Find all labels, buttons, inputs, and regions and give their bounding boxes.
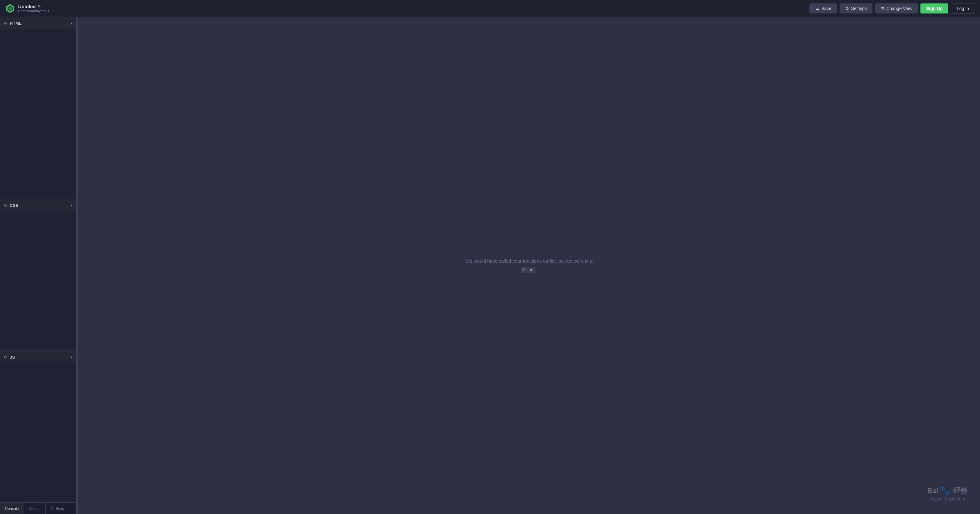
change-view-label: Change View xyxy=(886,6,912,11)
css-panel-header[interactable]: ⚙ CSS ▾ xyxy=(0,199,76,211)
css-editor[interactable]: 1 xyxy=(0,211,76,351)
paw-icon: 🐾 xyxy=(940,485,951,496)
watermark-url: jingyan.baidu.com xyxy=(928,496,967,501)
css-gear-icon[interactable]: ⚙ xyxy=(4,203,7,208)
html-label: HTML xyxy=(10,21,22,26)
title-text: Untitled xyxy=(18,4,36,9)
tab-assets[interactable]: Assets xyxy=(24,503,46,514)
css-line-1: 1 xyxy=(4,215,6,220)
css-section: ⚙ CSS ▾ 1 xyxy=(0,199,76,351)
css-header-left: ⚙ CSS xyxy=(4,203,19,208)
project-title: Untitled ✎ xyxy=(18,4,49,9)
html-line-1: 1 xyxy=(4,33,6,38)
bottom-tabs: Console Assets ⌘ Keys xyxy=(0,503,76,514)
html-header-left: ⚙ HTML xyxy=(4,21,22,26)
signup-button[interactable]: Sign Up xyxy=(920,3,948,13)
preview-panel: We would have called your functions earl… xyxy=(78,17,980,514)
js-chevron-icon[interactable]: ▾ xyxy=(70,355,72,359)
preview-message-line1: We would have called your functions earl… xyxy=(466,258,593,263)
change-view-button[interactable]: ⊡ Change View xyxy=(875,3,918,13)
js-gear-icon[interactable]: ⚙ xyxy=(4,355,7,359)
html-chevron-icon[interactable]: ▾ xyxy=(70,21,72,26)
js-editor[interactable]: 1 xyxy=(0,363,76,503)
header: Untitled ✎ Captain Anonymous ☁ Save ⚙ Se… xyxy=(0,0,980,17)
save-label: Save xyxy=(821,6,831,11)
watermark-logo: Bai 🐾 ·经验 xyxy=(928,485,967,496)
css-chevron-icon[interactable]: ▾ xyxy=(70,203,72,208)
js-panel-header[interactable]: ⚙ JS ▾ xyxy=(0,351,76,363)
login-button[interactable]: Log In xyxy=(951,3,975,14)
js-label: JS xyxy=(10,355,15,360)
html-editor[interactable]: 1 xyxy=(0,29,76,199)
title-group: Untitled ✎ Captain Anonymous xyxy=(18,4,49,13)
login-label: Log In xyxy=(957,6,969,11)
preview-period: . xyxy=(535,267,537,272)
html-gear-icon[interactable]: ⚙ xyxy=(4,21,7,26)
css-label: CSS xyxy=(10,203,19,208)
settings-label: Settings xyxy=(851,6,867,11)
view-icon: ⊡ xyxy=(881,6,885,11)
left-panel: ⚙ HTML ▾ 1 ⚙ CSS ▾ 1 xyxy=(0,17,77,514)
html-section: ⚙ HTML ▾ 1 xyxy=(0,17,76,199)
edit-icon[interactable]: ✎ xyxy=(38,5,41,9)
subtitle-text: Captain Anonymous xyxy=(18,9,49,13)
main-layout: ⚙ HTML ▾ 1 ⚙ CSS ▾ 1 xyxy=(0,17,980,514)
signup-label: Sign Up xyxy=(926,6,943,11)
js-section: ⚙ JS ▾ 1 xyxy=(0,351,76,503)
app-logo xyxy=(5,3,15,13)
tab-keys[interactable]: ⌘ Keys xyxy=(46,503,69,514)
watermark: Bai 🐾 ·经验 jingyan.baidu.com xyxy=(928,485,967,501)
html-panel-header[interactable]: ⚙ HTML ▾ xyxy=(0,17,76,29)
header-left: Untitled ✎ Captain Anonymous xyxy=(5,3,49,13)
gear-icon: ⚙ xyxy=(845,6,849,11)
preview-code-word: bind xyxy=(521,267,536,273)
js-line-1: 1 xyxy=(4,367,6,372)
preview-message: We would have called your functions earl… xyxy=(466,257,593,274)
js-header-left: ⚙ JS xyxy=(4,355,15,360)
cloud-icon: ☁ xyxy=(815,6,819,11)
save-button[interactable]: ☁ Save xyxy=(810,3,837,13)
tab-console[interactable]: Console xyxy=(0,503,24,514)
header-right: ☁ Save ⚙ Settings ⊡ Change View Sign Up … xyxy=(810,3,975,14)
settings-button[interactable]: ⚙ Settings xyxy=(840,3,873,13)
